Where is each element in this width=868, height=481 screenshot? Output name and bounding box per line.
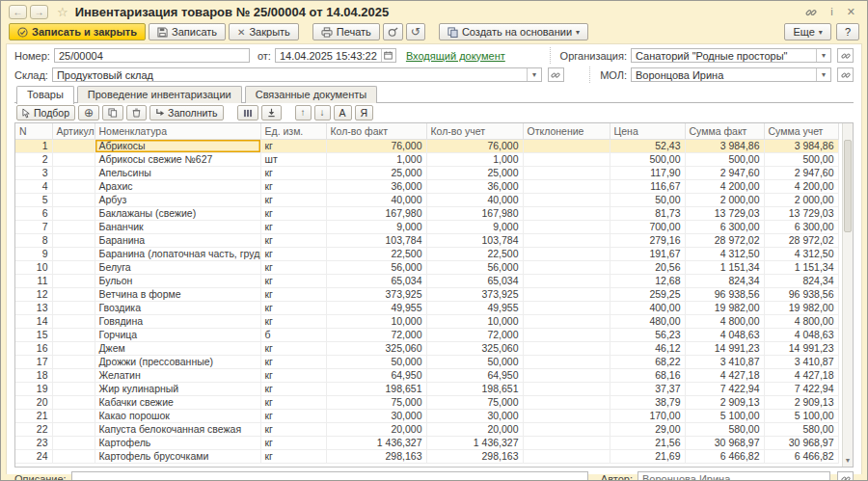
mol-select[interactable]: Воронцова Ирина ▾	[631, 67, 831, 82]
qty-accounting-cell[interactable]: 325,060	[426, 341, 523, 355]
price-cell[interactable]: 170,00	[610, 409, 685, 422]
sum-accounting-cell[interactable]: 6 300,00	[764, 220, 838, 233]
column-header-n[interactable]: N	[15, 123, 52, 139]
deviation-cell[interactable]	[523, 328, 610, 341]
article-cell[interactable]	[52, 193, 95, 206]
calendar-icon[interactable]	[381, 49, 395, 62]
nomenclature-cell[interactable]: Абрикосы свежие №627	[95, 152, 260, 166]
column-header-nomenclature[interactable]: Номенклатура	[95, 123, 260, 139]
qty-accounting-cell[interactable]: 40,000	[426, 193, 523, 206]
price-cell[interactable]: 116,67	[610, 179, 685, 193]
nomenclature-cell[interactable]: Баклажаны (свежие)	[95, 206, 260, 220]
nomenclature-cell[interactable]: Бананчик	[95, 220, 260, 233]
article-cell[interactable]	[52, 287, 95, 301]
table-row[interactable]: 21Какао порошоккг30,00030,000170,005 100…	[15, 409, 838, 422]
article-cell[interactable]	[52, 449, 95, 463]
row-number-cell[interactable]: 13	[15, 301, 52, 314]
move-to-end-button[interactable]	[261, 105, 282, 120]
row-number-cell[interactable]: 3	[15, 166, 52, 179]
article-cell[interactable]	[52, 355, 95, 368]
table-row[interactable]: 14Говядинакг10,00010,000480,004 800,004 …	[15, 314, 838, 328]
nomenclature-cell[interactable]: Картофель	[95, 436, 260, 449]
qty-fact-cell[interactable]: 56,000	[326, 260, 426, 274]
move-up-button[interactable]: ↑	[295, 105, 312, 120]
deviation-cell[interactable]	[523, 382, 610, 395]
unit-cell[interactable]: кг	[260, 355, 326, 368]
row-number-cell[interactable]: 12	[15, 287, 52, 301]
qty-accounting-cell[interactable]: 64,950	[426, 368, 523, 382]
price-cell[interactable]: 52,43	[610, 139, 685, 152]
unit-cell[interactable]: кг	[260, 314, 326, 328]
table-row[interactable]: 16Джемкг325,060325,06046,1214 991,2314 9…	[15, 341, 838, 355]
unit-cell[interactable]: кг	[260, 368, 326, 382]
nomenclature-cell[interactable]: Желатин	[95, 368, 260, 382]
qty-accounting-cell[interactable]: 72,000	[426, 328, 523, 341]
price-cell[interactable]: 191,67	[610, 247, 685, 260]
sum-fact-cell[interactable]: 30 968,97	[685, 436, 764, 449]
pick-button[interactable]: Подбор	[16, 105, 75, 120]
article-cell[interactable]	[52, 166, 95, 179]
nomenclature-cell[interactable]: Дрожжи (прессованные)	[95, 355, 260, 368]
sum-fact-cell[interactable]: 4 200,00	[685, 179, 764, 193]
qty-fact-cell[interactable]: 72,000	[326, 328, 426, 341]
chevron-down-icon[interactable]: ▾	[816, 49, 830, 62]
warehouse-open-button[interactable]	[548, 67, 564, 82]
article-cell[interactable]	[52, 382, 95, 395]
qty-accounting-cell[interactable]: 9,000	[426, 220, 523, 233]
add-row-button[interactable]: ⊕	[78, 105, 99, 120]
table-row[interactable]: 2Абрикосы свежие №627шт1,0001,000500,005…	[15, 152, 838, 166]
qty-accounting-cell[interactable]: 76,000	[426, 139, 523, 152]
incoming-document-link[interactable]: Входящий документ	[406, 50, 505, 62]
nomenclature-cell[interactable]: Белуга	[95, 260, 260, 274]
row-number-cell[interactable]: 11	[15, 274, 52, 287]
price-cell[interactable]: 46,12	[610, 341, 685, 355]
nomenclature-cell[interactable]: Бульон	[95, 274, 260, 287]
more-button[interactable]: Еще ▾	[784, 23, 830, 40]
deviation-cell[interactable]	[523, 166, 610, 179]
sum-accounting-cell[interactable]: 7 422,94	[764, 382, 838, 395]
unit-cell[interactable]: кг	[260, 260, 326, 274]
article-cell[interactable]	[52, 368, 95, 382]
copy-row-button[interactable]	[102, 105, 123, 120]
tab-goods[interactable]: Товары	[16, 86, 74, 104]
nomenclature-cell[interactable]: Ветчина в форме	[95, 287, 260, 301]
forward-button[interactable]: →	[30, 5, 48, 19]
number-input[interactable]: 25/00004	[54, 48, 250, 63]
sum-accounting-cell[interactable]: 19 982,00	[764, 301, 838, 314]
sum-accounting-cell[interactable]: 500,00	[764, 152, 838, 166]
table-row[interactable]: 4Арахискг36,00036,000116,674 200,004 200…	[15, 179, 838, 193]
article-cell[interactable]	[52, 328, 95, 341]
move-down-button[interactable]: ↓	[314, 105, 331, 120]
unit-cell[interactable]: кг	[260, 301, 326, 314]
sum-fact-cell[interactable]: 2 909,13	[685, 395, 764, 409]
favorite-star-icon[interactable]: ☆	[57, 5, 68, 19]
delete-row-button[interactable]	[126, 105, 147, 120]
qty-fact-cell[interactable]: 25,000	[326, 166, 426, 179]
sum-accounting-cell[interactable]: 2 000,00	[764, 193, 838, 206]
nomenclature-cell[interactable]: Баранина (лопаточная часть, грудинка)	[95, 247, 260, 260]
row-number-cell[interactable]: 23	[15, 436, 52, 449]
qty-accounting-cell[interactable]: 103,784	[426, 233, 523, 247]
unit-cell[interactable]: кг	[260, 206, 326, 220]
sum-fact-cell[interactable]: 13 729,03	[685, 206, 764, 220]
row-number-cell[interactable]: 6	[15, 206, 52, 220]
organization-open-button[interactable]	[837, 48, 854, 63]
nomenclature-cell[interactable]: Картофель брусочками	[95, 449, 260, 463]
qty-accounting-cell[interactable]: 50,000	[426, 355, 523, 368]
qty-fact-cell[interactable]: 1 436,327	[326, 436, 426, 449]
row-number-cell[interactable]: 7	[15, 220, 52, 233]
sum-fact-cell[interactable]: 500,00	[685, 152, 764, 166]
qty-accounting-cell[interactable]: 198,651	[426, 382, 523, 395]
price-cell[interactable]: 21,56	[610, 436, 685, 449]
deviation-cell[interactable]	[523, 260, 610, 274]
fill-button[interactable]: Заполнить	[149, 105, 224, 120]
price-cell[interactable]: 700,00	[610, 220, 685, 233]
qty-accounting-cell[interactable]: 25,000	[426, 166, 523, 179]
article-cell[interactable]	[52, 247, 95, 260]
unit-cell[interactable]: кг	[260, 179, 326, 193]
deviation-cell[interactable]	[523, 422, 610, 436]
nomenclature-cell[interactable]: Арбуз	[95, 193, 260, 206]
row-number-cell[interactable]: 14	[15, 314, 52, 328]
close-window-icon[interactable]: ✕	[847, 7, 855, 17]
qty-accounting-cell[interactable]: 167,980	[426, 206, 523, 220]
